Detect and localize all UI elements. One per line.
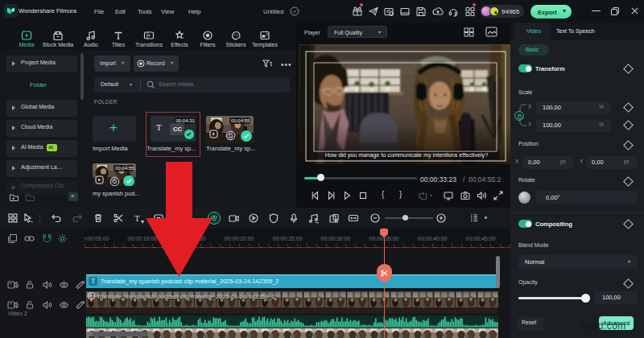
svg-text:How did you manage to communic: How did you manage to communicate my int… [325,151,488,159]
